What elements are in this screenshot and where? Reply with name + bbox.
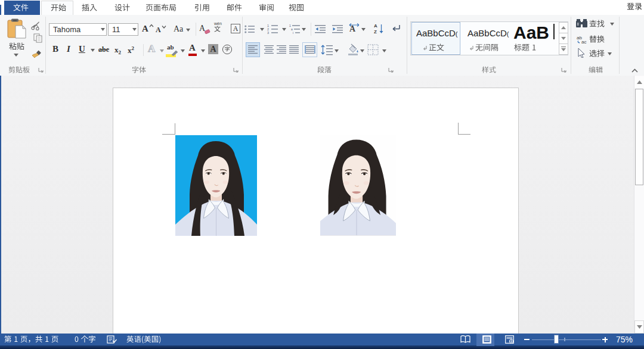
svg-text:3: 3 bbox=[267, 31, 269, 34]
svg-text:A: A bbox=[374, 23, 377, 29]
svg-text:i: i bbox=[293, 31, 293, 34]
svg-text:Z: Z bbox=[374, 29, 377, 35]
svg-text:ac: ac bbox=[581, 39, 586, 44]
